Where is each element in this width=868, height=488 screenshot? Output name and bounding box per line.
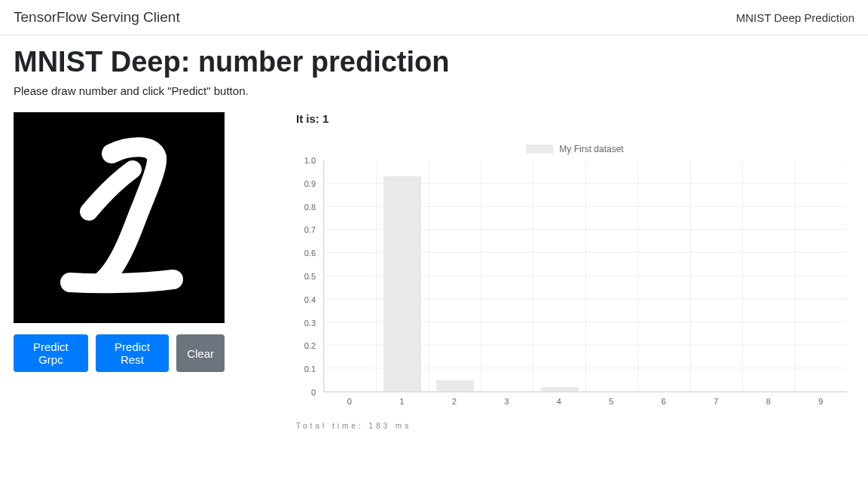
- chart-y-tick: 0.2: [304, 341, 316, 350]
- chart-y-tick: 0: [311, 388, 316, 397]
- chart-bar: [384, 176, 421, 392]
- chart-y-ticks: 00.10.20.30.40.50.60.70.80.91.0: [296, 160, 320, 392]
- chart-y-tick: 0.3: [304, 319, 316, 328]
- drawing-canvas[interactable]: [14, 112, 225, 323]
- chart-x-tick: 7: [714, 397, 718, 406]
- navbar-brand[interactable]: TensorFlow Serving Client: [14, 9, 180, 26]
- chart-x-tick: 1: [399, 397, 404, 406]
- chart-x-tick: 3: [504, 397, 509, 406]
- chart-y-tick: 1.0: [304, 156, 316, 165]
- result-label-value: 1: [322, 112, 329, 125]
- drawn-digit: [14, 112, 225, 323]
- chart-legend: My First dataset: [526, 144, 623, 154]
- chart-y-tick: 0.5: [304, 272, 316, 281]
- predict-grpc-button[interactable]: Predict Grpc: [14, 334, 88, 372]
- chart-y-tick: 0.4: [304, 295, 316, 304]
- legend-label: My First dataset: [559, 144, 623, 154]
- chart-x-tick: 2: [452, 397, 457, 406]
- predict-rest-button[interactable]: Predict Rest: [96, 334, 169, 372]
- navbar-link-mnist[interactable]: MNIST Deep Prediction: [736, 11, 854, 24]
- page-title: MNIST Deep: number prediction: [14, 46, 854, 78]
- page-subtitle: Please draw number and click "Predict" b…: [14, 84, 854, 97]
- chart-x-ticks: 0123456789: [323, 394, 847, 409]
- result-column: It is: 1 My First dataset 00.10.20.30.40…: [296, 112, 854, 430]
- chart-y-tick: 0.6: [304, 249, 316, 258]
- probability-chart: My First dataset 00.10.20.30.40.50.60.70…: [296, 144, 854, 419]
- chart-x-tick: 5: [609, 397, 613, 406]
- navbar: TensorFlow Serving Client MNIST Deep Pre…: [0, 0, 868, 35]
- clear-button[interactable]: Clear: [176, 334, 225, 372]
- chart-x-tick: 6: [662, 397, 666, 406]
- result-label: It is: 1: [296, 112, 854, 125]
- chart-y-tick: 0.1: [304, 364, 316, 374]
- draw-column: Predict Grpc Predict Rest Clear: [14, 112, 225, 372]
- chart-y-tick: 0.9: [304, 179, 316, 188]
- timing-text: Total time: 183 ms: [296, 422, 854, 430]
- chart-bar: [541, 387, 579, 392]
- chart-y-tick: 0.8: [304, 203, 316, 212]
- legend-swatch: [526, 145, 553, 154]
- chart-x-tick: 4: [557, 397, 561, 406]
- chart-y-tick: 0.7: [304, 225, 316, 234]
- chart-bars: [324, 160, 847, 392]
- result-label-prefix: It is:: [296, 112, 322, 125]
- chart-bar: [436, 380, 474, 392]
- chart-x-tick: 0: [347, 397, 352, 406]
- chart-x-tick: 8: [766, 397, 771, 406]
- main-content: MNIST Deep: number prediction Please dra…: [0, 35, 868, 441]
- button-row: Predict Grpc Predict Rest Clear: [14, 334, 225, 372]
- chart-plot-area: [323, 160, 847, 392]
- chart-x-tick: 9: [818, 397, 823, 406]
